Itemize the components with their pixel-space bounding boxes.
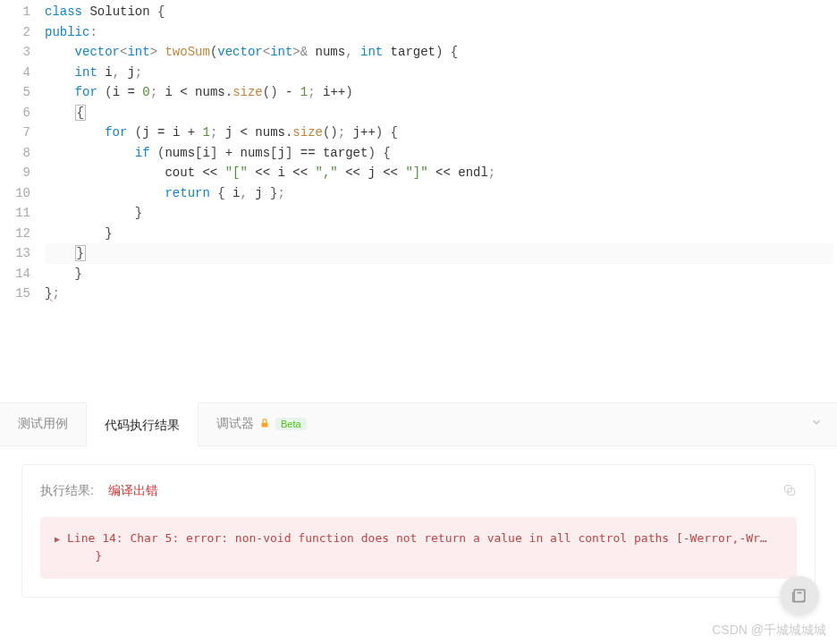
beta-badge: Beta bbox=[275, 418, 307, 430]
code-content[interactable]: class Solution {public: vector<int> twoS… bbox=[45, 2, 837, 304]
line-number: 1 bbox=[0, 2, 30, 22]
code-line[interactable]: for (i = 0; i < nums.size() - 1; i++) bbox=[45, 82, 837, 103]
line-number: 11 bbox=[0, 203, 30, 224]
result-label: 执行结果: bbox=[40, 483, 94, 499]
line-number: 14 bbox=[0, 264, 30, 284]
watermark: CSDN @千城城城城 bbox=[712, 623, 826, 639]
line-number: 10 bbox=[0, 183, 30, 204]
line-number: 9 bbox=[0, 163, 30, 183]
code-line[interactable]: } bbox=[45, 243, 833, 264]
tab-代码执行结果[interactable]: 代码执行结果 bbox=[86, 402, 199, 446]
lock-icon bbox=[259, 417, 270, 432]
svg-rect-3 bbox=[794, 589, 805, 601]
line-number: 15 bbox=[0, 284, 30, 304]
code-line[interactable]: if (nums[i] + nums[j] == target) { bbox=[45, 143, 837, 164]
code-line[interactable]: for (j = i + 1; j < nums.size(); j++) { bbox=[45, 123, 837, 143]
code-editor[interactable]: 123456789101112131415 class Solution {pu… bbox=[0, 0, 837, 304]
line-number: 8 bbox=[0, 143, 30, 164]
code-line[interactable]: } bbox=[45, 264, 837, 284]
tab-label: 调试器 bbox=[216, 416, 254, 432]
result-panel: 执行结果: 编译出错 ▶ Line 14: Char 5: error: non… bbox=[0, 446, 837, 616]
code-line[interactable]: } bbox=[45, 224, 837, 244]
line-number: 5 bbox=[0, 82, 30, 103]
line-number: 3 bbox=[0, 42, 30, 63]
chevron-down-icon[interactable] bbox=[810, 416, 823, 432]
code-line[interactable]: cout << "[" << i << "," << j << "]" << e… bbox=[45, 163, 837, 183]
line-number: 13 bbox=[0, 243, 30, 264]
svg-rect-0 bbox=[262, 422, 268, 427]
code-line[interactable]: return { i, j }; bbox=[45, 183, 837, 204]
results-tabs: 测试用例代码执行结果调试器Beta bbox=[0, 403, 837, 446]
code-line[interactable]: int i, j; bbox=[45, 63, 837, 83]
line-number: 6 bbox=[0, 103, 30, 123]
tab-测试用例[interactable]: 测试用例 bbox=[0, 402, 86, 445]
code-line[interactable]: }; bbox=[45, 284, 837, 304]
line-number: 4 bbox=[0, 63, 30, 83]
code-line[interactable]: class Solution { bbox=[45, 2, 837, 22]
disclosure-triangle-icon[interactable]: ▶ bbox=[55, 532, 60, 567]
tab-调试器[interactable]: 调试器Beta bbox=[199, 402, 325, 445]
line-number: 12 bbox=[0, 224, 30, 244]
error-text: Line 14: Char 5: error: non-void functio… bbox=[67, 530, 782, 567]
result-status: 编译出错 bbox=[108, 483, 158, 499]
line-number: 2 bbox=[0, 22, 30, 43]
line-number-gutter: 123456789101112131415 bbox=[0, 2, 45, 304]
tab-label: 代码执行结果 bbox=[105, 418, 180, 434]
toolkit-button[interactable] bbox=[780, 576, 819, 615]
result-box: 执行结果: 编译出错 ▶ Line 14: Char 5: error: non… bbox=[21, 464, 816, 598]
code-line[interactable]: public: bbox=[45, 22, 837, 43]
code-line[interactable]: { bbox=[45, 103, 837, 123]
copy-icon[interactable] bbox=[782, 483, 797, 501]
tab-label: 测试用例 bbox=[18, 416, 68, 432]
error-message-box: ▶ Line 14: Char 5: error: non-void funct… bbox=[40, 517, 797, 580]
code-line[interactable]: vector<int> twoSum(vector<int>& nums, in… bbox=[45, 42, 837, 63]
line-number: 7 bbox=[0, 123, 30, 143]
code-line[interactable]: } bbox=[45, 203, 837, 224]
